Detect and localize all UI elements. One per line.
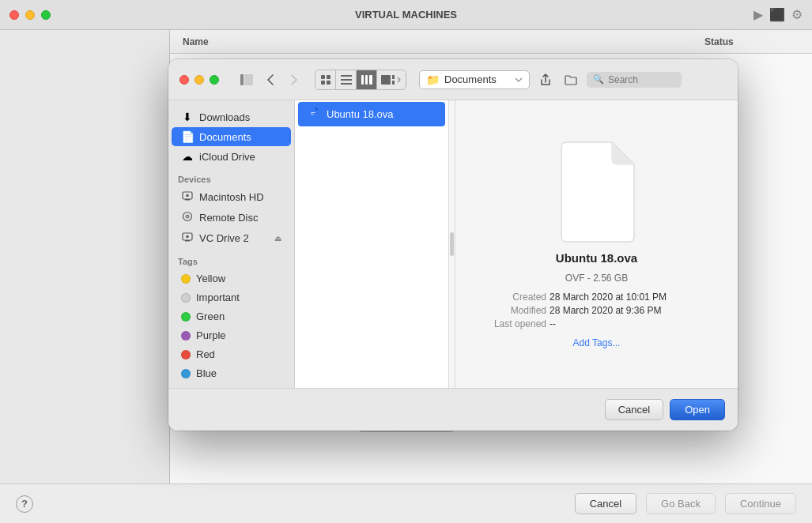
svg-rect-1: [244, 74, 253, 85]
resize-handle[interactable]: [449, 100, 455, 388]
dialog-footer: Cancel Open: [168, 388, 738, 431]
purple-tag-dot: [181, 331, 191, 341]
sidebar-item-documents[interactable]: 📄 Documents: [172, 127, 291, 146]
dialog-toolbar: 📁 Documents: [237, 70, 682, 90]
purple-tag-label: Purple: [196, 329, 226, 341]
dropdown-arrow-icon: [515, 77, 523, 82]
sidebar-item-tag-important[interactable]: Important: [172, 288, 291, 307]
dialog-cancel-button[interactable]: Cancel: [605, 399, 663, 420]
dialog-maximize-button[interactable]: [210, 75, 219, 85]
modified-row: Modified 28 March 2020 at 9:36 PM: [479, 305, 714, 316]
sidebar-item-remote-disc[interactable]: Remote Disc: [172, 208, 291, 228]
dialog-title-bar: 📁 Documents: [168, 59, 738, 100]
svg-rect-26: [311, 114, 314, 115]
toolbar-action-buttons: [534, 70, 582, 90]
go-back-button[interactable]: Go Back: [646, 493, 716, 514]
new-folder-button[interactable]: [560, 70, 582, 90]
settings-icon[interactable]: ⚙: [791, 7, 803, 22]
close-button[interactable]: [9, 10, 19, 20]
remote-disc-label: Remote Disc: [199, 212, 258, 224]
last-opened-row: Last opened --: [479, 318, 714, 329]
svg-rect-4: [321, 81, 325, 85]
svg-rect-3: [327, 75, 330, 79]
maximize-button[interactable]: [41, 10, 51, 20]
svg-rect-7: [341, 79, 352, 81]
svg-rect-10: [365, 75, 368, 85]
search-input[interactable]: [608, 74, 671, 85]
gallery-view-button[interactable]: [377, 70, 406, 89]
green-tag-dot: [181, 312, 191, 322]
svg-rect-11: [369, 75, 372, 85]
location-dropdown[interactable]: 📁 Documents: [419, 70, 530, 89]
created-value: 28 March 2020 at 10:01 PM: [550, 292, 667, 303]
dialog-close-button[interactable]: [179, 75, 189, 85]
documents-icon: 📄: [181, 130, 194, 143]
file-preview-type: OVF - 2.56 GB: [565, 273, 628, 284]
sidebar-panel: [0, 30, 170, 523]
location-label: Documents: [444, 73, 510, 85]
modified-value: 28 March 2020 at 9:36 PM: [550, 305, 661, 316]
red-tag-label: Red: [196, 348, 215, 360]
list-view-button[interactable]: [336, 70, 357, 89]
icloud-label: iCloud Drive: [199, 151, 255, 163]
share-button[interactable]: [534, 70, 557, 90]
sidebar-item-downloads[interactable]: ⬇ Downloads: [172, 107, 291, 126]
column-view-button[interactable]: [357, 70, 377, 89]
svg-rect-22: [185, 240, 190, 242]
svg-rect-8: [341, 83, 352, 85]
yellow-tag-dot: [181, 274, 191, 284]
svg-rect-9: [361, 75, 364, 85]
sidebar-item-icloud[interactable]: ☁ iCloud Drive: [172, 147, 291, 166]
modified-label: Modified: [479, 305, 546, 316]
file-name: Ubuntu 18.ova: [327, 108, 394, 120]
view-group: [315, 70, 406, 90]
sidebar-item-tag-yellow[interactable]: Yellow: [172, 269, 291, 288]
cancel-button[interactable]: Cancel: [575, 493, 636, 514]
play-icon[interactable]: ▶: [753, 7, 763, 22]
blue-tag-dot: [181, 369, 191, 378]
svg-rect-23: [187, 235, 189, 238]
remote-disc-icon: [181, 211, 194, 224]
green-tag-label: Green: [196, 310, 225, 322]
screen-icon[interactable]: ⬛: [769, 7, 785, 22]
svg-point-20: [187, 216, 187, 216]
icon-view-button[interactable]: [315, 70, 336, 89]
continue-button[interactable]: Continue: [725, 493, 796, 514]
sidebar-item-tag-red[interactable]: Red: [172, 345, 291, 363]
search-box: 🔍: [587, 72, 682, 88]
macintosh-hd-label: Macintosh HD: [199, 191, 264, 203]
nav-back-button[interactable]: [261, 70, 280, 89]
dialog-open-button[interactable]: Open: [670, 399, 725, 420]
eject-icon[interactable]: ⏏: [274, 234, 281, 243]
help-button[interactable]: ?: [16, 495, 33, 513]
preview-area: Ubuntu 18.ova OVF - 2.56 GB Created 28 M…: [455, 100, 738, 388]
icloud-icon: ☁: [181, 150, 194, 163]
sidebar-item-tag-green[interactable]: Green: [172, 307, 291, 325]
created-row: Created 28 March 2020 at 10:01 PM: [479, 292, 714, 303]
file-metadata: Created 28 March 2020 at 10:01 PM Modifi…: [471, 292, 722, 329]
file-dialog: 📁 Documents: [168, 59, 738, 431]
tags-section-label: Tags: [168, 249, 294, 269]
sidebar-item-tag-blue[interactable]: Blue: [172, 364, 291, 382]
svg-rect-6: [341, 75, 352, 77]
yellow-tag-label: Yellow: [196, 273, 225, 284]
important-tag-label: Important: [196, 292, 240, 303]
file-list: Ubuntu 18.ova: [295, 100, 449, 388]
file-icon: [308, 107, 320, 122]
col-name: Name: [183, 36, 704, 47]
macintosh-hd-icon: [181, 190, 194, 204]
minimize-button[interactable]: [25, 10, 35, 20]
sidebar-item-vc-drive[interactable]: VC Drive 2 ⏏: [172, 228, 291, 248]
add-tags-link[interactable]: Add Tags...: [573, 337, 621, 348]
created-label: Created: [479, 292, 546, 303]
documents-label: Documents: [199, 131, 251, 143]
folder-icon: 📁: [426, 73, 440, 86]
bottom-bar: ? Cancel Go Back Continue: [0, 483, 812, 523]
sidebar-toggle-button[interactable]: [237, 70, 256, 89]
dialog-minimize-button[interactable]: [195, 75, 204, 85]
devices-section-label: Devices: [168, 167, 294, 186]
nav-forward-button[interactable]: [285, 70, 304, 89]
sidebar-item-macintosh-hd[interactable]: Macintosh HD: [172, 187, 291, 207]
sidebar-item-tag-purple[interactable]: Purple: [172, 326, 291, 344]
file-item-ubuntu-ova[interactable]: Ubuntu 18.ova: [298, 102, 445, 126]
